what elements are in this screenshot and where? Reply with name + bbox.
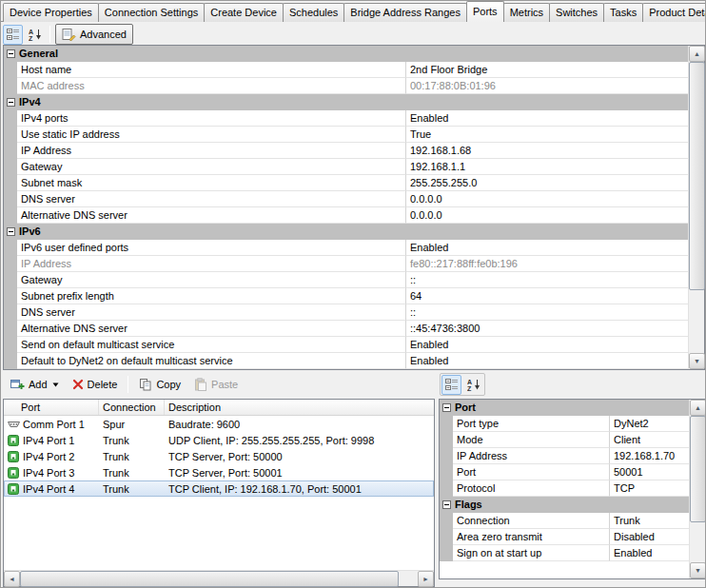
property-row[interactable]: Default to DyNet2 on default multicast s… [4,353,688,369]
tab-bridge-address-ranges[interactable]: Bridge Address Ranges [343,3,467,22]
property-row[interactable]: Subnet prefix length64 [4,288,688,304]
property-value[interactable]: 64 [406,288,688,304]
category-row[interactable]: General [4,46,688,62]
alphabetical-sort-button[interactable]: AZ [25,25,45,45]
tab-connection-settings[interactable]: Connection Settings [98,3,205,22]
row-indent [4,321,17,337]
categorized-view-button[interactable] [441,375,461,395]
property-row[interactable]: Port50001 [440,464,689,480]
property-value[interactable]: 0.0.0.0 [406,191,688,207]
column-header-description[interactable]: Description [165,400,434,415]
scroll-up-button[interactable]: ▲ [690,400,706,416]
property-row[interactable]: IP Addressfe80::217:88ff:fe0b:196 [4,256,688,272]
advanced-button[interactable]: Advanced [55,24,133,45]
collapse-icon[interactable] [442,403,451,412]
tab-schedules[interactable]: Schedules [283,3,344,22]
property-value[interactable]: 192.168.1.68 [406,143,688,159]
property-value[interactable]: Enabled [406,353,688,369]
category-row[interactable]: Port [440,400,689,416]
property-row[interactable]: DNS server0.0.0.0 [4,191,688,207]
port-list-item[interactable]: Comm Port 1SpurBaudrate: 9600 [4,416,434,432]
port-list-item[interactable]: IPv4 Port 1TrunkUDP Client, IP: 255.255.… [4,432,434,448]
collapse-icon[interactable] [7,49,15,58]
property-row[interactable]: Alternative DNS server::45:4736:3800 [4,321,688,337]
collapse-icon[interactable] [442,500,451,509]
property-row[interactable]: Gateway192.168.1.1 [4,159,688,175]
tab-switches[interactable]: Switches [549,3,604,22]
property-value[interactable]: Enabled [406,110,688,127]
property-row[interactable]: Sign on at start upEnabled [440,545,689,561]
delete-port-button[interactable]: Delete [67,374,124,395]
property-value[interactable]: 255.255.255.0 [406,175,688,191]
tab-product-details[interactable]: Product Details [642,3,706,22]
property-value[interactable]: DyNet2 [610,416,689,432]
property-value[interactable]: :: [406,272,688,288]
property-value[interactable]: Enabled [406,337,688,353]
scroll-right-button[interactable]: ► [418,571,434,587]
property-value[interactable]: 2nd Floor Bridge [406,62,688,78]
property-row[interactable]: IP Address192.168.1.70 [440,448,689,464]
property-row[interactable]: Gateway:: [4,272,688,288]
category-row[interactable]: Flags [440,497,689,513]
property-value[interactable]: Client [610,432,689,448]
property-value[interactable]: 192.168.1.70 [610,448,689,464]
property-value[interactable]: 0.0.0.0 [406,207,688,224]
property-value[interactable]: fe80::217:88ff:fe0b:196 [406,256,688,272]
categorized-view-button[interactable] [3,25,23,45]
property-row[interactable]: ConnectionTrunk [440,513,689,529]
property-row[interactable]: ProtocolTCP [440,480,689,497]
property-row[interactable]: Send on default multicast serviceEnabled [4,337,688,353]
scroll-left-button[interactable]: ◄ [4,571,20,587]
category-row[interactable]: IPv6 [4,224,688,240]
property-row[interactable]: IPv4 portsEnabled [4,110,688,127]
tab-device-properties[interactable]: Device Properties [3,3,99,22]
property-row[interactable]: IP Address192.168.1.68 [4,143,688,159]
port-list-item[interactable]: IPv4 Port 4TrunkTCP Client, IP: 192.168.… [4,480,434,497]
property-value[interactable]: Trunk [610,513,689,529]
collapse-icon[interactable] [7,98,15,107]
property-row[interactable]: Host name2nd Floor Bridge [4,62,688,78]
paste-port-button[interactable]: Paste [188,374,244,395]
property-row[interactable]: ModeClient [440,432,689,448]
property-value[interactable]: :: [406,304,688,321]
category-row[interactable]: IPv4 [4,94,688,110]
collapse-icon[interactable] [7,227,15,236]
description-cell: TCP Server, Port: 50001 [165,467,434,479]
port-list-item[interactable]: IPv4 Port 2TrunkTCP Server, Port: 50000 [4,448,434,464]
property-value[interactable]: Enabled [406,240,688,256]
property-value[interactable]: TCP [610,480,689,497]
property-value[interactable]: 50001 [610,464,689,480]
scroll-thumb[interactable] [690,416,706,522]
property-value[interactable]: 192.168.1.1 [406,159,688,175]
property-value[interactable]: Enabled [610,545,689,561]
scroll-up-button[interactable]: ▲ [689,46,705,62]
copy-port-button[interactable]: Copy [133,374,186,395]
scroll-thumb[interactable] [689,62,705,290]
tab-tasks[interactable]: Tasks [603,3,643,22]
scroll-down-button[interactable]: ▼ [690,562,706,578]
property-row[interactable]: IPv6 user defined portsEnabled [4,240,688,256]
port-list-item[interactable]: IPv4 Port 3TrunkTCP Server, Port: 50001 [4,464,434,480]
property-row[interactable]: Port typeDyNet2 [440,416,689,432]
property-row[interactable]: DNS server:: [4,304,688,321]
property-value[interactable]: Disabled [610,529,689,545]
column-header-port[interactable]: Port [4,400,99,415]
tab-metrics[interactable]: Metrics [503,3,550,22]
property-row[interactable]: Area zero transmitDisabled [440,529,689,545]
property-row[interactable]: Alternative DNS server0.0.0.0 [4,207,688,224]
column-header-connection[interactable]: Connection [99,400,165,415]
property-row[interactable]: MAC address00:17:88:0B:01:96 [4,78,688,94]
scroll-thumb[interactable] [20,571,399,587]
property-value[interactable]: 00:17:88:0B:01:96 [406,78,688,94]
add-port-button[interactable]: Add [5,374,65,395]
alphabetical-sort-button[interactable]: AZ [463,375,483,395]
tab-ports[interactable]: Ports [466,1,504,22]
bridge-ports-window: Device PropertiesConnection SettingsCrea… [0,0,706,588]
property-row[interactable]: Use static IP addressTrue [4,127,688,143]
property-value[interactable]: True [406,127,688,143]
scroll-down-button[interactable]: ▼ [689,353,705,369]
tab-create-device[interactable]: Create Device [204,3,284,22]
property-value[interactable]: ::45:4736:3800 [406,321,688,337]
property-row[interactable]: Subnet mask255.255.255.0 [4,175,688,191]
port-property-grid: PortPort typeDyNet2ModeClientIP Address1… [439,399,706,579]
